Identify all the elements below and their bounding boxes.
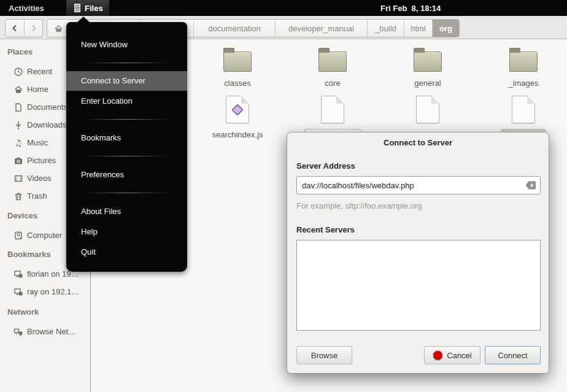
file-name-label: general (410, 77, 445, 90)
breadcrumb-segment[interactable]: _build (367, 20, 404, 37)
file-name-label: classes (220, 77, 255, 90)
film-icon (14, 174, 23, 183)
menu-item-bookmarks[interactable]: Bookmarks (66, 128, 187, 148)
clock-icon (14, 67, 23, 77)
menu-item-connect-to-server[interactable]: Connect to Server (66, 71, 187, 91)
file-name-label: searchindex.js (207, 129, 267, 141)
breadcrumb-segment[interactable]: html (404, 20, 432, 37)
menu-separator (66, 193, 187, 193)
forward-button[interactable] (24, 20, 42, 37)
clock-label[interactable]: Fri Feb 8, 18:14 (380, 0, 441, 16)
file-name-label: _images (504, 77, 542, 90)
folder-icon (318, 52, 347, 72)
home-icon (53, 23, 63, 33)
folder-icon (509, 52, 538, 72)
sidebar-section-network: Network (7, 307, 90, 317)
sidebar-item-label: Videos (27, 174, 52, 183)
menu-item-enter-location[interactable]: Enter Location (66, 91, 187, 111)
menu-separator (66, 63, 187, 63)
menu-item-preferences[interactable]: Preferences (66, 164, 187, 185)
folder-general[interactable]: general (394, 47, 461, 90)
file-icon (512, 96, 535, 123)
server-address-hint: For example, sftp://foo.example.org (296, 201, 422, 210)
navigation-buttons (5, 19, 43, 37)
folder-icon (223, 52, 252, 72)
sidebar-item-label: Home (27, 85, 48, 94)
back-button[interactable] (6, 20, 24, 37)
file-searchindex-js[interactable]: searchindex.js (204, 96, 271, 141)
download-icon (14, 120, 23, 130)
remote-computer-icon (14, 287, 23, 297)
connect-button[interactable]: Connect (485, 346, 541, 364)
connect-to-server-dialog: Connect to Server Server Address For exa… (287, 132, 549, 374)
clear-input-icon[interactable] (525, 181, 536, 190)
dialog-title: Connect to Server (287, 138, 549, 147)
recent-servers-list[interactable] (296, 240, 541, 331)
cancel-button[interactable]: Cancel (424, 346, 480, 364)
breadcrumb-segment[interactable]: documentation (193, 20, 275, 37)
script-emblem-icon (231, 104, 244, 116)
file-name-label: core (320, 77, 344, 90)
file-icon (226, 96, 249, 123)
remote-computer-icon (14, 269, 23, 279)
files-app-menu-popup: New Window Connect to Server Enter Locat… (66, 22, 187, 272)
breadcrumb-segment-current[interactable]: org (432, 20, 459, 37)
sidebar-item-label: Documents (27, 102, 68, 112)
sidebar-item-label: ray on 192.1… (27, 287, 79, 296)
menu-separator (66, 156, 187, 156)
menu-item-new-window[interactable]: New Window (66, 34, 187, 55)
sidebar-item-bookmark-ray[interactable]: ray on 192.1… (0, 283, 90, 301)
recent-servers-label: Recent Servers (296, 225, 355, 234)
menu-separator (66, 119, 187, 120)
sidebar-item-label: Computer (27, 231, 62, 240)
menu-item-help[interactable]: Help (66, 221, 187, 242)
file-icon (416, 96, 439, 123)
sidebar-item-label: Trash (27, 191, 47, 201)
folder-icon (414, 52, 442, 72)
app-name-label: Files (85, 4, 103, 13)
folder-classes[interactable]: classes (204, 47, 271, 90)
connect-button-label: Connect (498, 351, 527, 360)
sidebar-item-label: Browse Net… (27, 327, 76, 336)
files-app-menu-button[interactable]: Files (66, 0, 109, 16)
home-icon (14, 85, 23, 94)
sidebar-item-label: Recent (27, 67, 52, 76)
menu-item-quit[interactable]: Quit (66, 242, 187, 262)
browse-button[interactable]: Browse (296, 346, 352, 364)
folder-core[interactable]: core (299, 47, 366, 90)
server-address-input[interactable] (296, 176, 541, 194)
file-cabinet-icon (72, 3, 82, 13)
stop-icon (433, 350, 443, 361)
trash-icon (14, 191, 23, 201)
camera-icon (14, 156, 23, 166)
activities-button[interactable]: Activities (0, 0, 53, 16)
browse-button-label: Browse (311, 351, 338, 360)
sidebar-item-label: Music (27, 138, 48, 147)
music-note-icon: ♫ (14, 138, 23, 148)
folder-images[interactable]: _images (490, 47, 557, 90)
network-icon (14, 327, 23, 337)
file-icon (321, 96, 344, 123)
document-icon (14, 102, 23, 112)
sidebar-item-label: Pictures (27, 156, 56, 165)
sidebar-item-browse-network[interactable]: Browse Net… (0, 323, 90, 340)
cancel-button-label: Cancel (447, 351, 471, 360)
harddisk-icon (14, 231, 23, 240)
menu-item-about-files[interactable]: About Files (66, 201, 187, 221)
sidebar-item-label: Downloads (27, 120, 66, 129)
top-bar: Activities Files Fri Feb 8, 18:14 (0, 0, 567, 16)
server-address-label: Server Address (296, 161, 355, 171)
breadcrumb-segment[interactable]: developer_manual (275, 20, 367, 37)
